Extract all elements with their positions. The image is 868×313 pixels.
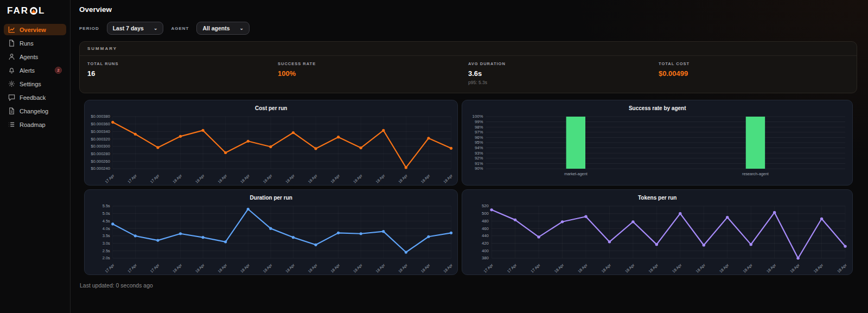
farol-logo: FAR L (4, 4, 66, 24)
logo-text-pre: FAR (7, 5, 29, 16)
chart-title: Cost per run (85, 105, 457, 113)
sidebar-item-settings[interactable]: Settings (4, 78, 66, 90)
svg-text:18 Apr: 18 Apr (672, 263, 683, 273)
svg-text:$0.000280: $0.000280 (91, 151, 110, 156)
user-icon (8, 53, 15, 60)
sidebar-item-agents[interactable]: Agents (4, 51, 66, 62)
svg-text:18 Apr: 18 Apr (285, 263, 296, 273)
alerts-count-badge: 2 (55, 67, 62, 74)
svg-text:17 Apr: 17 Apr (127, 173, 138, 184)
chart-plot-area: 100%99%98%97%96%95%94%93%92%91%90%market… (462, 113, 852, 185)
svg-text:17 Apr: 17 Apr (507, 263, 518, 273)
sidebar-item-changelog[interactable]: Changelog (4, 105, 66, 117)
stat-subtext: p95: 5.3s (468, 80, 659, 85)
stat-label: SUCCESS RATE (278, 61, 468, 66)
svg-text:4.0s: 4.0s (103, 226, 110, 231)
sidebar-nav: OverviewRunsAgentsAlerts2SettingsFeedbac… (4, 24, 66, 130)
stat-label: TOTAL COST (659, 61, 849, 66)
svg-text:$0.000340: $0.000340 (91, 129, 110, 134)
svg-text:18 Apr: 18 Apr (353, 263, 363, 273)
svg-text:380: 380 (482, 256, 489, 261)
stat-value: 100% (278, 69, 468, 78)
filter-bar: PERIOD Last 7 days ⌄ AGENT All agents ⌄ (79, 22, 857, 35)
file-text-icon (8, 107, 15, 114)
sidebar-item-roadmap[interactable]: Roadmap (4, 119, 66, 130)
last-updated-text: Last updated: 0 seconds ago (80, 282, 857, 289)
svg-text:460: 460 (482, 226, 489, 231)
svg-text:18 Apr: 18 Apr (195, 263, 206, 273)
svg-text:18 Apr: 18 Apr (837, 263, 848, 273)
svg-text:18 Apr: 18 Apr (577, 263, 589, 273)
svg-text:$0.000380: $0.000380 (91, 114, 110, 119)
svg-text:100%: 100% (473, 114, 483, 119)
svg-text:420: 420 (482, 241, 489, 246)
sidebar-item-alerts[interactable]: Alerts2 (4, 65, 66, 76)
sidebar-item-label: Overview (20, 27, 46, 33)
agent-label: AGENT (171, 26, 189, 31)
svg-text:500: 500 (482, 211, 489, 216)
svg-text:92%: 92% (475, 156, 483, 161)
svg-text:5.0s: 5.0s (103, 211, 110, 216)
gear-icon (8, 80, 15, 87)
chart-plot-area: 52050048046044042040038017 Apr17 Apr17 A… (462, 203, 852, 274)
sidebar-item-runs[interactable]: Runs (4, 37, 66, 49)
svg-text:18 Apr: 18 Apr (398, 173, 409, 184)
summary-stat-total-cost: TOTAL COST$0.00499 (659, 61, 849, 85)
agent-select[interactable]: All agents ⌄ (196, 22, 250, 35)
svg-text:17 Apr: 17 Apr (483, 263, 495, 273)
svg-text:18 Apr: 18 Apr (743, 263, 754, 273)
svg-text:18 Apr: 18 Apr (308, 263, 318, 273)
svg-text:$0.000320: $0.000320 (91, 137, 110, 142)
svg-text:18 Apr: 18 Apr (330, 173, 341, 184)
svg-text:18 Apr: 18 Apr (790, 263, 801, 273)
period-select[interactable]: Last 7 days ⌄ (107, 22, 164, 35)
svg-text:17 Apr: 17 Apr (127, 263, 138, 273)
main-content: Overview PERIOD Last 7 days ⌄ AGENT All … (71, 0, 868, 289)
svg-text:18 Apr: 18 Apr (240, 173, 251, 184)
svg-text:18 Apr: 18 Apr (420, 173, 431, 184)
svg-text:17 Apr: 17 Apr (150, 173, 161, 184)
summary-stat-success-rate: SUCCESS RATE100% (278, 61, 468, 85)
svg-text:91%: 91% (475, 161, 483, 166)
svg-text:3.5s: 3.5s (103, 233, 110, 238)
svg-text:18 Apr: 18 Apr (285, 173, 296, 184)
sidebar-item-feedback[interactable]: Feedback (4, 92, 66, 103)
svg-text:18 Apr: 18 Apr (353, 173, 363, 184)
stat-value: $0.00499 (659, 69, 849, 78)
svg-text:3.0s: 3.0s (103, 241, 110, 246)
svg-text:18 Apr: 18 Apr (240, 263, 251, 273)
svg-text:$0.000300: $0.000300 (91, 144, 110, 149)
chart-line-icon (8, 26, 15, 33)
bell-icon (8, 67, 15, 74)
sidebar-item-label: Changelog (20, 108, 48, 114)
stat-label: AVG DURATION (468, 61, 659, 66)
svg-text:5.5s: 5.5s (103, 203, 110, 208)
svg-text:2.0s: 2.0s (103, 255, 110, 260)
svg-text:$0.000260: $0.000260 (91, 159, 110, 164)
svg-text:400: 400 (482, 248, 489, 253)
chart-card-success-rate-by-agent: Success rate by agent100%99%98%97%96%95%… (462, 100, 853, 186)
stat-label: TOTAL RUNS (87, 61, 278, 66)
svg-text:18 Apr: 18 Apr (330, 263, 341, 273)
svg-text:18 Apr: 18 Apr (420, 263, 431, 273)
svg-text:18 Apr: 18 Apr (766, 263, 777, 273)
agent-select-value: All agents (202, 25, 229, 31)
chart-card-cost-per-run: Cost per run$0.000380$0.000360$0.000340$… (84, 100, 458, 186)
svg-text:18 Apr: 18 Apr (398, 263, 409, 273)
sidebar-item-label: Settings (20, 81, 41, 87)
svg-text:18 Apr: 18 Apr (375, 173, 386, 184)
svg-text:18 Apr: 18 Apr (601, 263, 612, 273)
svg-text:18 Apr: 18 Apr (262, 173, 273, 184)
stat-value: 3.6s (468, 69, 659, 78)
list-icon (8, 121, 15, 128)
chart-plot-area: 5.5s5.0s4.5s4.0s3.5s3.0s2.5s2.0s17 Apr17… (85, 203, 457, 274)
svg-text:97%: 97% (475, 130, 483, 135)
svg-text:17 Apr: 17 Apr (150, 263, 161, 273)
sidebar: FAR L OverviewRunsAgentsAlerts2SettingsF… (0, 0, 71, 313)
sidebar-item-overview[interactable]: Overview (4, 24, 66, 35)
svg-text:90%: 90% (475, 167, 483, 171)
svg-text:96%: 96% (475, 135, 483, 140)
message-square-icon (8, 94, 15, 101)
period-select-value: Last 7 days (113, 25, 144, 31)
svg-text:18 Apr: 18 Apr (443, 263, 454, 273)
